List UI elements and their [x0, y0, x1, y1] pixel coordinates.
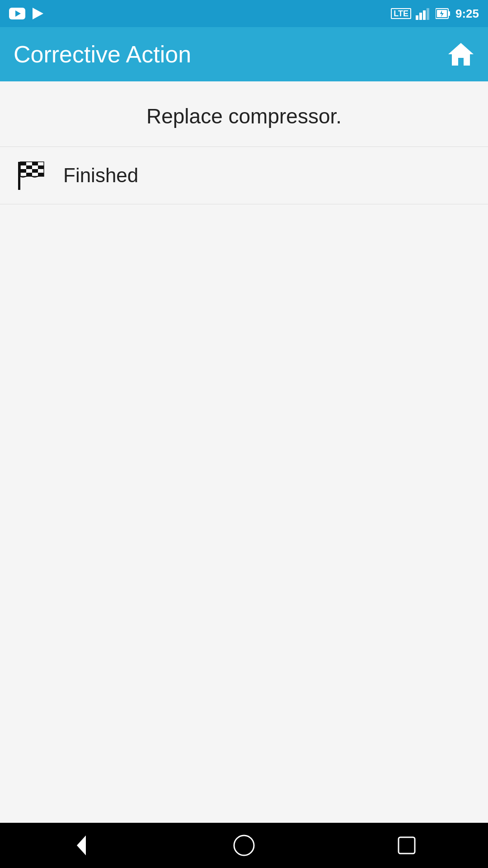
- back-icon: [70, 834, 93, 857]
- svg-rect-3: [416, 15, 418, 20]
- checkered-flag-icon-container: [14, 160, 50, 191]
- svg-rect-6: [427, 8, 429, 20]
- checkered-flag-icon: [16, 161, 47, 190]
- status-bar-left-icons: [9, 7, 44, 20]
- svg-rect-18: [20, 169, 26, 173]
- svg-marker-11: [448, 43, 474, 66]
- list-item[interactable]: Finished: [0, 147, 488, 204]
- svg-rect-19: [32, 169, 38, 173]
- status-bar: LTE 9:25: [0, 0, 488, 27]
- status-bar-right-icons: LTE 9:25: [391, 7, 479, 21]
- app-header: Corrective Action: [0, 27, 488, 81]
- svg-rect-24: [399, 837, 415, 854]
- svg-point-23: [234, 835, 254, 855]
- home-nav-button[interactable]: [232, 834, 256, 857]
- svg-rect-16: [26, 165, 32, 169]
- recents-nav-button[interactable]: [395, 834, 418, 857]
- recents-icon: [395, 834, 418, 857]
- svg-marker-2: [33, 8, 43, 19]
- battery-icon: [436, 7, 451, 20]
- circle-home-icon: [232, 834, 256, 857]
- youtube-icon: [9, 8, 25, 19]
- home-button[interactable]: [447, 41, 474, 68]
- back-nav-button[interactable]: [70, 834, 93, 857]
- main-content: Replace compressor.: [0, 81, 488, 823]
- finished-label: Finished: [63, 164, 138, 187]
- svg-rect-5: [423, 10, 426, 20]
- signal-icon: [416, 7, 431, 20]
- svg-marker-22: [77, 835, 86, 855]
- svg-rect-4: [419, 13, 422, 20]
- page-title: Corrective Action: [14, 41, 191, 68]
- home-icon: [447, 41, 474, 68]
- playstore-icon: [32, 7, 44, 20]
- lte-indicator: LTE: [391, 8, 411, 19]
- time-display: 9:25: [455, 7, 479, 21]
- svg-rect-14: [20, 162, 26, 165]
- svg-rect-8: [448, 11, 450, 16]
- bottom-nav: [0, 823, 488, 868]
- corrective-action-description: Replace compressor.: [0, 81, 488, 146]
- svg-rect-15: [32, 162, 38, 165]
- list-divider-bottom: [0, 204, 488, 204]
- svg-rect-17: [38, 165, 44, 169]
